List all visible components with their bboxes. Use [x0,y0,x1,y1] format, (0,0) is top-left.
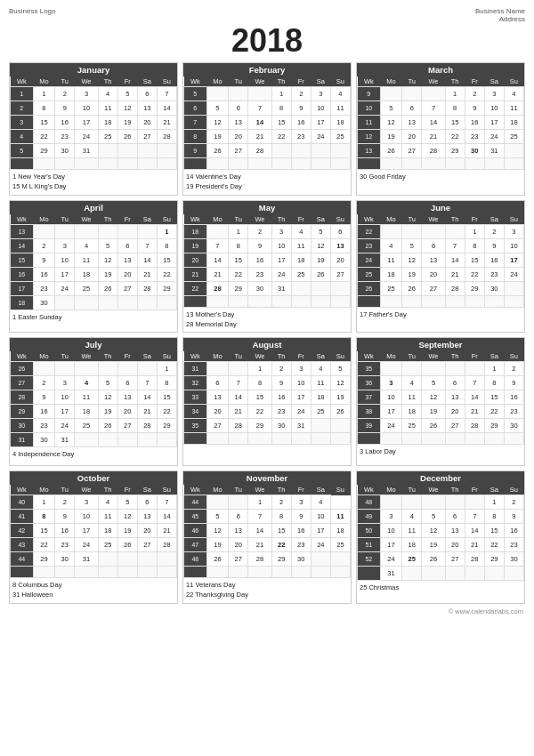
col-header-mo: Mo [33,485,55,495]
cal-day: 15 [33,524,55,538]
col-header-we: We [422,214,445,225]
week-num: 44 [184,495,207,510]
cal-day [422,495,445,510]
col-header-wk: Wk [358,485,381,495]
cal-day [311,433,330,445]
cal-day [504,281,523,295]
cal-day: 4 [504,87,523,101]
cal-day: 11 [75,253,98,267]
cal-day: 28 [157,538,176,552]
col-header-su: Su [157,76,176,87]
cal-day: 5 [330,362,350,376]
cal-day: 3 [380,376,402,390]
holidays-january: 1 New Year's Day15 M L King's Day [10,170,177,195]
holiday-item: 28 Memorial Day [186,319,348,329]
cal-day: 13 [229,116,248,130]
cal-day: 2 [55,495,75,510]
col-header-tu: Tu [229,485,248,495]
col-header-mo: Mo [33,214,55,225]
cal-day: 25 [98,130,117,144]
cal-day: 9 [291,101,311,116]
col-header-th: Th [98,485,117,495]
cal-day: 11 [75,390,98,405]
col-header-su: Su [504,485,523,495]
cal-day: 27 [229,144,248,158]
cal-day: 13 [445,390,465,405]
cal-day [330,419,350,433]
col-header-tu: Tu [55,214,75,225]
cal-day: 5 [311,224,330,238]
cal-day: 1 [229,224,248,238]
cal-day: 19 [380,130,402,144]
cal-day: 22 [484,538,504,552]
cal-day: 16 [465,116,484,130]
col-header-su: Su [330,485,350,495]
cal-day: 28 [206,281,229,295]
cal-day [402,158,422,170]
cal-day [137,552,157,567]
cal-day: 8 [271,510,291,524]
cal-day: 10 [55,390,75,405]
cal-day: 20 [117,405,137,419]
holiday-item: 17 Father's Day [360,310,522,319]
cal-day [98,362,117,376]
cal-day: 15 [248,390,271,405]
col-header-mo: Mo [380,214,402,225]
col-header-sa: Sa [311,76,330,87]
cal-day: 12 [117,510,137,524]
cal-day: 23 [33,281,55,295]
cal-day: 4 [330,87,350,101]
week-num: 31 [184,362,207,376]
holidays-march: 30 Good Friday [357,170,524,188]
cal-day: 22 [484,405,504,419]
col-header-mo: Mo [33,76,55,87]
cal-day: 26 [330,405,350,419]
cal-day: 17 [75,116,98,130]
col-header-sa: Sa [484,485,504,495]
cal-day: 15 [445,116,465,130]
cal-day: 19 [311,253,330,267]
cal-day: 19 [402,267,422,281]
col-header-wk: Wk [11,214,34,225]
col-header-fr: Fr [465,485,484,495]
cal-day [137,158,157,170]
week-num: 34 [184,405,207,419]
cal-day: 18 [330,116,350,130]
week-num: 49 [358,510,381,524]
cal-day: 5 [98,238,117,253]
cal-day [330,158,350,170]
cal-table-february: WkMoTuWeThFrSaSu512346567891011712131415… [183,76,351,170]
week-num: 32 [184,376,207,390]
week-num: 23 [358,238,381,253]
cal-day: 23 [291,538,311,552]
col-header-mo: Mo [206,351,229,362]
week-num: 35 [184,419,207,433]
col-header-we: We [248,76,271,87]
cal-day [445,433,465,445]
cal-day: 20 [422,267,445,281]
cal-day: 26 [311,267,330,281]
week-num [184,567,207,578]
cal-day: 27 [137,538,157,552]
cal-day: 18 [75,267,98,281]
week-num [184,295,207,307]
cal-day: 27 [206,419,229,433]
month-block-september: SeptemberWkMoTuWeThFrSaSu351236345678937… [356,337,525,466]
week-num: 47 [184,538,207,552]
col-header-wk: Wk [184,485,207,495]
cal-day [206,433,229,445]
cal-day: 21 [229,405,248,419]
cal-day: 11 [380,253,402,267]
cal-day [229,495,248,510]
cal-day [422,362,445,376]
cal-day: 13 [137,510,157,524]
cal-day: 19 [98,405,117,419]
cal-day: 9 [248,238,271,253]
cal-day [75,224,98,238]
cal-day: 22 [248,405,271,419]
cal-day [380,295,402,307]
cal-day: 24 [311,130,330,144]
cal-day: 17 [311,524,330,538]
col-header-su: Su [330,214,350,225]
cal-day [445,495,465,510]
